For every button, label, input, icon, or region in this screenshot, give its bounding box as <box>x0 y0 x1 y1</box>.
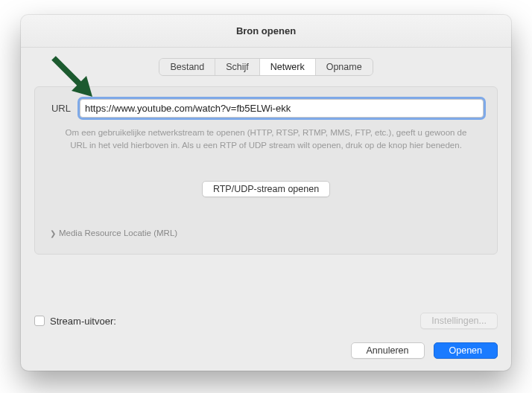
dialog-actions: Annuleren Openen <box>34 342 498 359</box>
tab-opname[interactable]: Opname <box>316 59 373 75</box>
help-text: Om een gebruikelijke netwerkstream te op… <box>48 127 484 151</box>
url-input[interactable] <box>80 99 484 118</box>
segmented-control: Bestand Schijf Netwerk Opname <box>159 58 373 76</box>
tab-netwerk[interactable]: Netwerk <box>260 59 316 75</box>
mrl-disclosure-label: Media Resource Locatie (MRL) <box>59 229 177 237</box>
stream-output-row: Stream-uitvoer: Instellingen... <box>34 313 498 329</box>
stream-settings-button[interactable]: Instellingen... <box>420 313 498 329</box>
cancel-button[interactable]: Annuleren <box>351 342 425 359</box>
source-tabs: Bestand Schijf Netwerk Opname <box>34 58 498 76</box>
mrl-disclosure[interactable]: ❯ Media Resource Locatie (MRL) <box>48 226 484 237</box>
dialog-content: Bestand Schijf Netwerk Opname URL Om een… <box>21 48 511 304</box>
network-panel: URL Om een gebruikelijke netwerkstream t… <box>34 86 498 255</box>
url-row: URL <box>48 99 484 118</box>
stream-output-checkbox-wrap[interactable]: Stream-uitvoer: <box>34 316 116 327</box>
chevron-right-icon: ❯ <box>50 229 56 237</box>
bottom-area: Stream-uitvoer: Instellingen... Annulere… <box>21 304 511 371</box>
titlebar: Bron openen <box>21 15 511 48</box>
rtp-button-wrap: RTP/UDP-stream openen <box>48 181 484 197</box>
url-label: URL <box>48 103 71 114</box>
window-title: Bron openen <box>236 25 296 36</box>
tab-schijf[interactable]: Schijf <box>215 59 260 75</box>
tab-bestand[interactable]: Bestand <box>159 59 215 75</box>
rtp-udp-button[interactable]: RTP/UDP-stream openen <box>202 181 330 197</box>
open-source-window: Bron openen Bestand Schijf Netwerk Opnam… <box>21 15 511 371</box>
stream-output-label: Stream-uitvoer: <box>50 316 116 327</box>
stream-output-checkbox[interactable] <box>34 316 45 326</box>
open-button[interactable]: Openen <box>434 342 498 359</box>
